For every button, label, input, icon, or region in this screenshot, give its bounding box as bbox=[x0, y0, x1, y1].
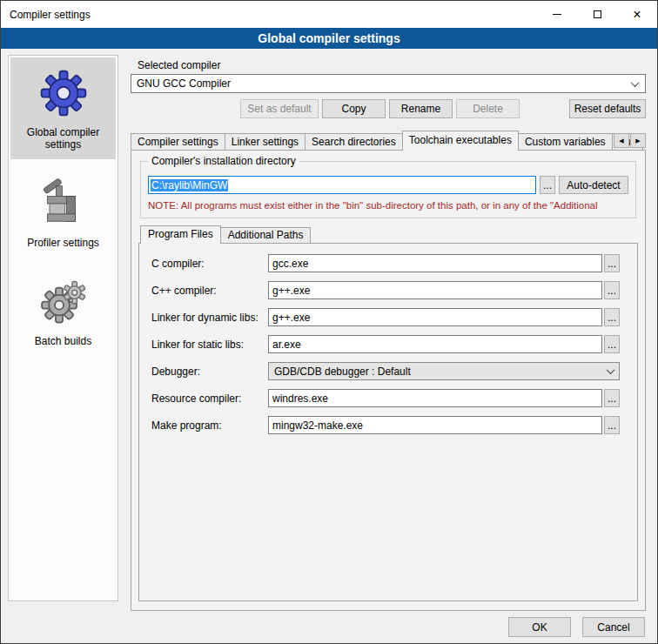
field-row-linker-static: Linker for static libs: ... bbox=[151, 335, 620, 353]
arrow-right-icon: ▶ bbox=[635, 138, 640, 144]
sidebar-item-global-compiler-settings[interactable]: Global compiler settings bbox=[10, 57, 116, 159]
installation-directory-input[interactable]: C:\raylib\MinGW bbox=[148, 176, 536, 194]
settings-sidebar: Global compiler settings Profiler settin… bbox=[8, 55, 118, 601]
installation-directory-label: Compiler's installation directory bbox=[148, 155, 299, 167]
sidebar-item-label: Profiler settings bbox=[27, 237, 99, 249]
field-row-linker-dynamic: Linker for dynamic libs: ... bbox=[151, 308, 620, 326]
titlebar: Compiler settings × bbox=[1, 1, 657, 28]
clamp-icon bbox=[40, 178, 87, 229]
maximize-icon bbox=[594, 10, 601, 18]
reset-defaults-button[interactable]: Reset defaults bbox=[569, 99, 646, 118]
spacer bbox=[131, 99, 240, 118]
page-title: Global compiler settings bbox=[258, 31, 400, 45]
cpp-compiler-input[interactable] bbox=[268, 281, 602, 299]
gear-gray-icon bbox=[38, 277, 89, 327]
cpp-compiler-browse-button[interactable]: ... bbox=[604, 281, 620, 299]
minimize-icon bbox=[553, 14, 561, 15]
caption-buttons: × bbox=[537, 1, 657, 28]
close-icon: × bbox=[633, 8, 641, 22]
field-row-cpp-compiler: C++ compiler: ... bbox=[151, 281, 620, 299]
copy-button[interactable]: Copy bbox=[322, 99, 386, 118]
resource-compiler-label: Resource compiler: bbox=[151, 392, 268, 405]
compiler-settings-dialog: Compiler settings × Global compiler sett… bbox=[0, 0, 658, 644]
program-files-panel: C compiler: ... C++ compiler: ... Linker… bbox=[138, 243, 638, 601]
maximize-button[interactable] bbox=[577, 1, 617, 28]
sidebar-item-label: Batch builds bbox=[35, 335, 91, 347]
dialog-header: Global compiler settings bbox=[1, 28, 657, 49]
bin-subdirectory-note: NOTE: All programs must exist either in … bbox=[148, 200, 634, 211]
field-row-make-program: Make program: ... bbox=[151, 416, 620, 434]
installation-directory-browse-button[interactable]: ... bbox=[540, 176, 555, 194]
resource-compiler-input[interactable] bbox=[268, 389, 602, 407]
resource-compiler-browse-button[interactable]: ... bbox=[604, 389, 620, 407]
close-button[interactable]: × bbox=[617, 1, 657, 28]
tab-compiler-settings[interactable]: Compiler settings bbox=[131, 133, 225, 151]
set-as-default-button[interactable]: Set as default bbox=[240, 99, 319, 118]
rename-button[interactable]: Rename bbox=[389, 99, 453, 118]
sidebar-item-profiler-settings[interactable]: Profiler settings bbox=[10, 168, 116, 258]
installation-directory-row: C:\raylib\MinGW ... Auto-detect bbox=[148, 176, 628, 194]
sidebar-item-batch-builds[interactable]: Batch builds bbox=[10, 266, 116, 356]
field-row-debugger: Debugger: GDB/CDB debugger : Default bbox=[151, 362, 620, 380]
selected-compiler-value: GNU GCC Compiler bbox=[137, 77, 231, 90]
chevron-down-icon bbox=[607, 366, 615, 374]
make-program-label: Make program: bbox=[151, 419, 268, 432]
tab-scroll-right-button[interactable]: ▶ bbox=[630, 133, 646, 148]
toolchain-executables-panel: Compiler's installation directory C:\ray… bbox=[131, 150, 646, 611]
auto-detect-button[interactable]: Auto-detect bbox=[559, 176, 628, 194]
linker-static-label: Linker for static libs: bbox=[151, 339, 268, 351]
linker-static-browse-button[interactable]: ... bbox=[604, 335, 620, 353]
tab-custom-variables[interactable]: Custom variables bbox=[518, 133, 613, 151]
debugger-dropdown[interactable]: GDB/CDB debugger : Default bbox=[268, 362, 620, 380]
tab-toolchain-executables[interactable]: Toolchain executables bbox=[402, 131, 519, 151]
linker-dynamic-label: Linker for dynamic libs: bbox=[151, 312, 268, 324]
linker-static-input[interactable] bbox=[268, 335, 602, 353]
field-row-resource-compiler: Resource compiler: ... bbox=[151, 389, 620, 407]
settings-tabstrip: Compiler settings Linker settings Search… bbox=[131, 131, 646, 151]
debugger-value: GDB/CDB debugger : Default bbox=[274, 366, 411, 378]
ok-button[interactable]: OK bbox=[508, 617, 571, 637]
make-program-browse-button[interactable]: ... bbox=[604, 416, 620, 434]
tab-scroll-buttons: ◀ ▶ bbox=[614, 133, 646, 148]
linker-dynamic-browse-button[interactable]: ... bbox=[604, 308, 620, 326]
delete-button[interactable]: Delete bbox=[456, 99, 520, 118]
tab-additional-paths[interactable]: Additional Paths bbox=[220, 227, 312, 244]
chevron-down-icon bbox=[631, 78, 640, 87]
tab-search-directories[interactable]: Search directories bbox=[305, 133, 403, 151]
minimize-button[interactable] bbox=[537, 1, 577, 28]
tab-linker-settings[interactable]: Linker settings bbox=[225, 133, 306, 151]
tab-scroll-left-button[interactable]: ◀ bbox=[614, 133, 629, 148]
main-content: Selected compiler GNU GCC Compiler Set a… bbox=[131, 55, 646, 612]
sidebar-item-label: Global compiler settings bbox=[12, 126, 114, 151]
installation-directory-groupbox: Compiler's installation directory C:\ray… bbox=[140, 161, 636, 218]
c-compiler-label: C compiler: bbox=[151, 258, 268, 270]
debugger-label: Debugger: bbox=[151, 366, 268, 378]
gear-blue-icon bbox=[38, 68, 89, 118]
c-compiler-browse-button[interactable]: ... bbox=[604, 254, 620, 272]
selected-compiler-label: Selected compiler bbox=[138, 59, 220, 71]
cancel-button[interactable]: Cancel bbox=[582, 617, 645, 637]
window-title: Compiler settings bbox=[1, 9, 91, 21]
compiler-actions: Set as default Copy Rename Delete Reset … bbox=[131, 99, 646, 118]
tab-program-files[interactable]: Program Files bbox=[140, 225, 221, 244]
program-files-tabstrip: Program Files Additional Paths bbox=[140, 225, 311, 244]
arrow-left-icon: ◀ bbox=[619, 138, 623, 144]
installation-directory-value: C:\raylib\MinGW bbox=[151, 179, 228, 191]
make-program-input[interactable] bbox=[268, 416, 602, 434]
field-row-c-compiler: C compiler: ... bbox=[151, 254, 620, 272]
cpp-compiler-label: C++ compiler: bbox=[151, 285, 268, 297]
selected-compiler-dropdown[interactable]: GNU GCC Compiler bbox=[131, 74, 646, 93]
c-compiler-input[interactable] bbox=[268, 254, 602, 272]
linker-dynamic-input[interactable] bbox=[268, 308, 602, 326]
